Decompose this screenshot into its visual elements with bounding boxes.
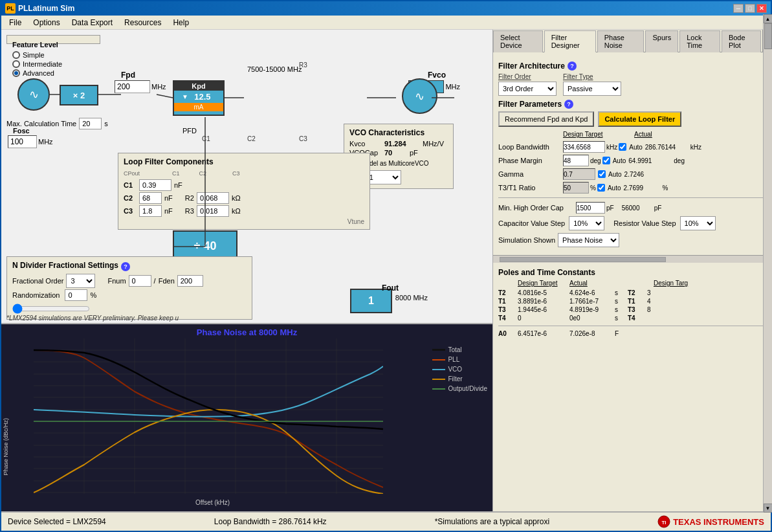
c1-input[interactable] bbox=[139, 179, 171, 191]
kvco-unit: MHz/V bbox=[423, 140, 444, 148]
svg-text:C1: C1 bbox=[202, 135, 210, 142]
menu-help[interactable]: Help bbox=[168, 17, 194, 28]
tab-lock-time[interactable]: Lock Time bbox=[679, 30, 720, 52]
separator-2 bbox=[498, 326, 766, 326]
x-axis-label: Offset (kHz) bbox=[195, 499, 230, 506]
tab-select-device[interactable]: Select Device bbox=[493, 30, 543, 52]
warning-text: *LMX2594 simulations are VERY preliminar… bbox=[6, 315, 179, 322]
title-bar-left: PL PLLatinum Sim bbox=[5, 3, 74, 14]
phase-margin-label: Phase Margin bbox=[498, 157, 563, 164]
radio-intermediate-label: Intermediate bbox=[23, 60, 62, 68]
fout-label: Fout bbox=[382, 283, 399, 293]
tab-spurs[interactable]: Spurs bbox=[645, 30, 678, 52]
filter-order-select[interactable]: 3rd Order 2nd Order 4th Order bbox=[498, 82, 557, 96]
r2-input[interactable] bbox=[197, 192, 229, 204]
kpd-input[interactable] bbox=[190, 92, 215, 102]
fpd-input[interactable] bbox=[115, 80, 150, 93]
recommend-button[interactable]: Recommend Fpd and Kpd bbox=[498, 111, 594, 127]
gamma-row: Gamma Auto 2.7246 bbox=[498, 168, 766, 180]
a0-unit: F bbox=[615, 330, 628, 337]
scroll-thumb[interactable] bbox=[764, 30, 771, 49]
radio-intermediate[interactable]: Intermediate bbox=[12, 60, 106, 68]
cap-res-step-row: Capacitor Value Step 10% 5% 1% Resistor … bbox=[498, 216, 766, 230]
r3-unit: kΩ bbox=[232, 207, 241, 215]
ti-logo: TI TEXAS INSTRUMENTS bbox=[657, 515, 764, 528]
close-button[interactable]: ✕ bbox=[756, 4, 767, 13]
randomization-input[interactable] bbox=[65, 289, 87, 301]
loop-bw-input[interactable] bbox=[563, 141, 605, 153]
radio-advanced-btn[interactable] bbox=[12, 69, 20, 77]
legend-filter-line bbox=[432, 379, 445, 380]
calculate-button[interactable]: Calculate Loop Filter bbox=[598, 111, 681, 127]
a0-row: A0 6.4517e-6 7.026e-8 F bbox=[498, 330, 766, 337]
filter-type-select[interactable]: Passive Active bbox=[563, 82, 621, 96]
a0-design: 6.4517e-6 bbox=[518, 330, 569, 337]
minimize-button[interactable]: ─ bbox=[733, 4, 744, 13]
filter-arch-help[interactable]: ? bbox=[568, 61, 577, 71]
r3-input[interactable] bbox=[197, 205, 229, 217]
min-cap-input[interactable] bbox=[576, 202, 605, 214]
tab-phase-noise[interactable]: Phase Noise bbox=[597, 30, 645, 52]
ndiv-help-badge[interactable]: ? bbox=[121, 262, 130, 271]
disclaimer-label: *Simulations are a typical approxi bbox=[435, 517, 549, 526]
t3t1-auto-check[interactable] bbox=[597, 184, 605, 192]
fnum-input[interactable] bbox=[129, 275, 151, 287]
maximize-button[interactable]: □ bbox=[745, 4, 755, 13]
gamma-input[interactable] bbox=[563, 168, 595, 180]
fden-input[interactable] bbox=[177, 275, 203, 287]
filter-params-help[interactable]: ? bbox=[564, 100, 573, 109]
radio-intermediate-btn[interactable] bbox=[12, 60, 20, 68]
randomization-slider[interactable] bbox=[12, 304, 90, 314]
title-buttons: ─ □ ✕ bbox=[733, 4, 767, 13]
legend-pll-label: PLL bbox=[448, 356, 459, 363]
menu-data-export[interactable]: Data Export bbox=[67, 17, 118, 28]
fpd-value-row: MHz bbox=[115, 80, 166, 93]
scroll-down-btn[interactable]: ▼ bbox=[764, 504, 771, 511]
t3t1-input[interactable] bbox=[563, 182, 589, 194]
t2-val2: 3 bbox=[647, 289, 673, 296]
menu-file[interactable]: File bbox=[4, 17, 27, 28]
min-cap-actual-unit: pF bbox=[654, 205, 662, 212]
right-scroll-area[interactable]: Filter Architecture ? Filter Order 3rd O… bbox=[493, 52, 771, 511]
calc-time-input[interactable] bbox=[79, 118, 102, 129]
loop-bw-auto-check[interactable] bbox=[619, 143, 626, 151]
gamma-auto-check[interactable] bbox=[598, 170, 606, 178]
c2-input[interactable] bbox=[139, 192, 162, 204]
ndiv-settings-box: N Divider Fractional Settings ? Fraction… bbox=[6, 256, 252, 320]
freq-range-label: 7500-15000 MHz bbox=[247, 65, 302, 73]
right-hscroll[interactable] bbox=[493, 255, 771, 263]
tab-bode-plot[interactable]: Bode Plot bbox=[722, 30, 761, 52]
min-cap-actual: 56000 bbox=[622, 205, 654, 212]
c2-schem-label: C2 bbox=[199, 170, 207, 177]
fosc-input[interactable] bbox=[8, 135, 37, 148]
phase-margin-row: Phase Margin deg Auto 64.9991 deg bbox=[498, 155, 766, 166]
phase-margin-input[interactable] bbox=[563, 155, 589, 166]
radio-advanced-label: Advanced bbox=[23, 69, 54, 77]
c1-row: C1 nF bbox=[124, 179, 364, 191]
out-div-input[interactable] bbox=[363, 295, 379, 307]
kpd-box: Kpd ▼ mA bbox=[173, 80, 225, 116]
t2-design: 4.0816e-5 bbox=[518, 289, 569, 296]
cap-step-select[interactable]: 10% 5% 1% bbox=[569, 216, 604, 230]
res-step-select[interactable]: 10% 5% 1% bbox=[680, 216, 716, 230]
radio-simple-btn[interactable] bbox=[12, 51, 20, 59]
menu-bar: File Options Data Export Resources Help bbox=[1, 16, 771, 30]
poles-col-unit bbox=[615, 280, 634, 287]
radio-simple[interactable]: Simple bbox=[12, 51, 106, 59]
app-icon: PL bbox=[5, 3, 16, 14]
sim-shown-select[interactable]: Phase Noise Bode Plot bbox=[558, 233, 619, 247]
loop-bw-unit: kHz bbox=[606, 144, 617, 151]
plot-area: Phase Noise at 8000 MHz Phase Noise (dBc… bbox=[1, 324, 492, 511]
calc-time-unit: s bbox=[104, 120, 108, 127]
menu-resources[interactable]: Resources bbox=[119, 17, 166, 28]
frac-order-select[interactable]: 3 bbox=[66, 274, 95, 288]
phase-margin-auto-check[interactable] bbox=[602, 157, 610, 164]
t3-row: T3 1.9445e-6 4.8919e-9 s T3 8 bbox=[498, 306, 766, 313]
tab-filter-designer[interactable]: Filter Designer bbox=[544, 30, 596, 52]
c3-input[interactable] bbox=[139, 205, 162, 217]
gamma-actual: 2.7246 bbox=[624, 171, 670, 178]
menu-options[interactable]: Options bbox=[28, 17, 65, 28]
hscroll-thumb[interactable] bbox=[500, 257, 666, 262]
radio-advanced[interactable]: Advanced bbox=[12, 69, 106, 77]
poles-col-name2 bbox=[634, 280, 654, 287]
